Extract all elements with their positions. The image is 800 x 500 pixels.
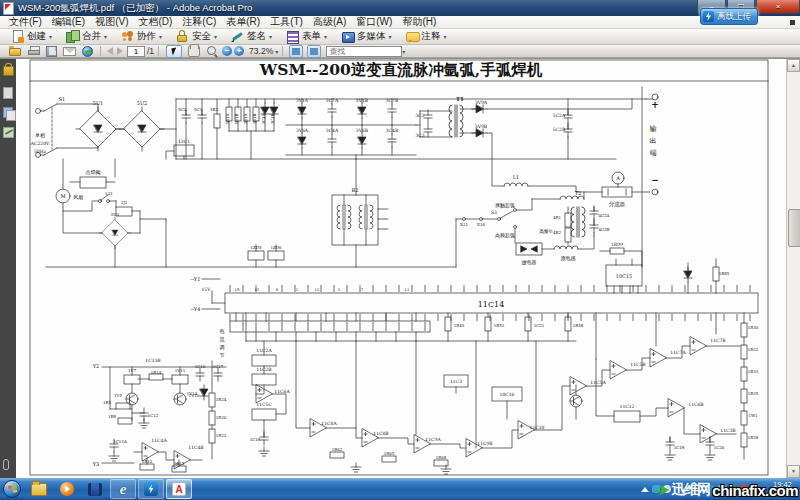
zoom-in-icon[interactable]: + bbox=[234, 46, 244, 56]
schematic-label: 15 bbox=[255, 287, 260, 292]
schematic-label: 1R8 bbox=[108, 414, 117, 419]
secure-button[interactable]: 安全▾ bbox=[171, 30, 222, 44]
menu-item[interactable]: 窗口(W) bbox=[351, 15, 397, 29]
page-view-icon[interactable] bbox=[289, 45, 303, 58]
toolbar-button-label: 注释 bbox=[422, 30, 441, 43]
menu-item[interactable]: 文件(F) bbox=[4, 15, 47, 29]
sign-button[interactable]: 签名▾ bbox=[226, 30, 277, 44]
globe-icon[interactable] bbox=[82, 46, 93, 57]
schematic-label: 1R20 bbox=[216, 415, 227, 420]
menu-item[interactable]: 注释(C) bbox=[177, 15, 221, 29]
schematic-label: 15V bbox=[202, 287, 212, 292]
explorer-icon[interactable] bbox=[26, 479, 52, 499]
page-total-label: /1 bbox=[147, 46, 154, 56]
scrollbar-thumb[interactable] bbox=[788, 209, 800, 247]
search-input[interactable] bbox=[326, 46, 402, 57]
combine-icon bbox=[66, 30, 79, 43]
schematic-label: 3R1A bbox=[243, 113, 248, 124]
schematic-label: 分流器 bbox=[609, 201, 626, 208]
menu-item[interactable]: 帮助(H) bbox=[397, 15, 441, 29]
menu-item[interactable]: 编辑(E) bbox=[47, 15, 90, 29]
schematic-label: 3C1A bbox=[261, 113, 266, 124]
select-tool-icon[interactable] bbox=[166, 45, 182, 58]
schematic-label: 11C5B bbox=[630, 362, 646, 367]
schematic-label: 1C18 bbox=[250, 437, 261, 442]
schematic-label: 风扇 bbox=[73, 194, 83, 200]
menu-item[interactable]: 视图(V) bbox=[90, 15, 133, 29]
upload-button[interactable]: 离线上传 bbox=[700, 8, 758, 25]
schematic-label: S1 bbox=[59, 96, 66, 102]
forms-button[interactable]: 表单▾ bbox=[281, 30, 332, 44]
prev-view-icon[interactable] bbox=[107, 47, 113, 55]
zoom-out-icon[interactable]: − bbox=[222, 46, 232, 56]
ie-icon[interactable]: e bbox=[110, 479, 136, 499]
schematic-label: 1R12 bbox=[142, 459, 153, 464]
layers-panel-icon[interactable] bbox=[3, 107, 13, 118]
menu-item[interactable]: 表单(R) bbox=[221, 15, 265, 29]
signatures-panel-icon[interactable] bbox=[3, 127, 14, 138]
close-button[interactable]: × bbox=[756, 0, 800, 14]
next-view-icon[interactable] bbox=[117, 47, 123, 55]
schematic-label: B2 bbox=[352, 187, 359, 193]
zoom-marquee-icon[interactable] bbox=[206, 45, 218, 57]
multimedia-icon bbox=[341, 30, 354, 43]
schematic-label: 11C9A bbox=[425, 437, 441, 442]
zoom-level[interactable]: 73.2% bbox=[249, 46, 273, 56]
create-button[interactable]: 创建▾ bbox=[6, 30, 57, 44]
menu-bar: 文件(F)编辑(E)视图(V)文档(D)注释(C)表单(R)工具(T)高级(A)… bbox=[0, 16, 800, 29]
schematic-label: 5U2 bbox=[137, 100, 148, 106]
start-button[interactable] bbox=[3, 480, 21, 498]
thunder-taskbar-icon[interactable] bbox=[138, 479, 164, 499]
chevron-down-icon[interactable]: ▾ bbox=[275, 48, 278, 55]
schematic-label: L1 bbox=[513, 174, 520, 180]
schematic-label: 3C4A bbox=[326, 128, 339, 133]
schematic-label: 13C1 bbox=[178, 139, 190, 144]
menu-item[interactable]: 文档(D) bbox=[133, 15, 177, 29]
schematic-label: 11C12 bbox=[620, 404, 635, 409]
create-icon bbox=[11, 30, 24, 43]
multimedia-button[interactable]: 多媒体▾ bbox=[336, 30, 397, 44]
chinafix-logo-icon bbox=[654, 484, 669, 497]
tray-expand-icon[interactable] bbox=[641, 487, 649, 492]
collaborate-button[interactable]: 协作▾ bbox=[116, 30, 167, 44]
acrobat-taskbar-icon[interactable]: A bbox=[166, 479, 192, 499]
schematic-label: 端 bbox=[650, 149, 657, 157]
thumbnails-panel-icon[interactable] bbox=[3, 87, 13, 99]
schematic-label: 11C2B bbox=[256, 367, 272, 372]
chevron-down-icon[interactable]: ▾ bbox=[402, 48, 405, 55]
email-icon[interactable] bbox=[63, 47, 76, 56]
video-app-icon[interactable] bbox=[82, 479, 108, 499]
schematic-label: 3V1A bbox=[296, 98, 309, 103]
scroll-up-icon[interactable]: ▲ bbox=[787, 59, 800, 72]
schematic-label: M bbox=[60, 193, 65, 199]
vertical-scrollbar[interactable]: ▲ ▼ bbox=[786, 59, 800, 478]
schematic-label: 原电感 bbox=[561, 255, 576, 261]
schematic-label: 11C5C bbox=[256, 402, 272, 407]
schematic-label: 1C12 bbox=[148, 413, 159, 418]
schematic-label: 2U1 bbox=[111, 212, 119, 217]
page-number-input[interactable] bbox=[127, 46, 145, 57]
schematic-label: 1R33 bbox=[748, 369, 759, 374]
scroll-down-icon[interactable]: ▼ bbox=[787, 465, 800, 478]
fullscreen-icon[interactable] bbox=[307, 45, 321, 58]
navigation-pane bbox=[0, 59, 17, 478]
comment-button[interactable]: 注释▾ bbox=[401, 30, 452, 44]
schematic-label: 3C3 bbox=[415, 133, 424, 138]
schematic-label: AC220V bbox=[30, 141, 50, 146]
print-icon[interactable] bbox=[28, 46, 40, 56]
open-icon[interactable] bbox=[9, 46, 22, 56]
schematic-label: 1R68 bbox=[436, 455, 447, 460]
menu-item[interactable]: 高级(A) bbox=[308, 15, 351, 29]
security-panel-icon[interactable] bbox=[3, 66, 14, 76]
menu-item[interactable]: 工具(T) bbox=[265, 15, 308, 29]
save-icon[interactable] bbox=[46, 46, 57, 57]
schematic-label: 1R35 bbox=[748, 391, 759, 396]
hand-tool-icon[interactable] bbox=[188, 45, 200, 57]
media-player-icon[interactable] bbox=[54, 479, 80, 499]
schematic-label: 11C4A bbox=[151, 438, 167, 443]
schematic-label: 单相 bbox=[35, 132, 45, 138]
schematic-label: 11C9B bbox=[477, 441, 493, 446]
toolbar-secondary: /1 − + 73.2% ▾ ▾ bbox=[0, 45, 800, 58]
attachments-panel-icon[interactable] bbox=[3, 459, 9, 470]
combine-button[interactable]: 合并▾ bbox=[61, 30, 112, 44]
